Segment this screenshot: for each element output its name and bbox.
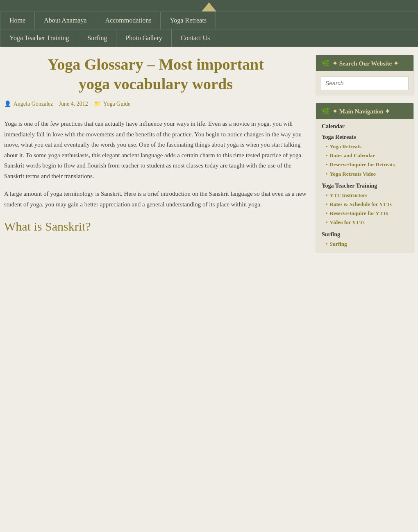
list-item[interactable]: Reserve/Inquire for YTTs [326,209,408,218]
ytt-list: YTT Instructors Rates & Schedule for YTT… [322,191,408,227]
nav-contact[interactable]: Contact Us [172,29,220,47]
post-meta: 👤 Angela Gonzalez June 4, 2012 📁 Yoga Gu… [4,100,307,107]
nav-link[interactable]: Yoga Retreats Video [330,170,376,178]
leaf-icon-nav: 🌿 [322,107,330,115]
nav-surfing[interactable]: Surfing [78,29,116,47]
nav-row-1: Home About Anamaya Accommodations Yoga R… [0,11,418,29]
surfing-list: Surfing [322,240,408,249]
list-item[interactable]: YTT Instructors [326,191,408,200]
list-item[interactable]: Surfing [326,240,408,249]
list-item[interactable]: Rates & Schedule for YTTs [326,200,408,209]
author-meta: 👤 Angela Gonzalez [4,100,53,107]
site-header: Home About Anamaya Accommodations Yoga R… [0,0,418,47]
post-author: Angela Gonzalez [14,101,53,107]
main-container: Yoga Glossary – Most important yoga voca… [0,47,418,269]
content-area: Yoga Glossary – Most important yoga voca… [4,55,307,260]
nav-accommodations[interactable]: Accommodations [96,12,161,29]
list-item[interactable]: Video for YTTs [326,218,408,227]
nav-link[interactable]: Rates & Schedule for YTTs [330,201,392,208]
logo-area [0,0,418,11]
list-item[interactable]: Rates and Calendar [326,151,408,160]
list-item[interactable]: Yoga Retreats [326,142,408,151]
nav-link[interactable]: Rates and Calendar [330,152,375,159]
logo-triangle-icon [202,2,216,11]
nav-widget: 🌿 ✦ Main Navigation ✦ Calendar Yoga Retr… [316,103,414,253]
main-nav: Home About Anamaya Accommodations Yoga R… [0,11,418,47]
list-item[interactable]: Yoga Retreats Video [326,170,408,179]
search-widget-body [316,71,413,95]
nav-link[interactable]: Yoga Retreats [330,143,361,150]
nav-link[interactable]: Reserve/Inquire for Retreats [330,161,395,168]
yoga-retreats-list: Yoga Retreats Rates and Calendar Reserve… [322,142,408,179]
list-item[interactable]: Reserve/Inquire for Retreats [326,160,408,169]
search-input[interactable] [321,76,409,90]
nav-row-2: Yoga Teacher Training Surfing Photo Gall… [0,29,418,47]
post-date: June 4, 2012 [59,101,88,107]
folder-icon: 📁 [94,101,101,107]
section-heading: What is Sanskrit? [4,220,307,233]
nav-link[interactable]: Video for YTTs [330,219,365,226]
sidebar: 🌿 ✦ Search Our Website ✦ 🌿 ✦ Main Naviga… [316,55,414,260]
post-body: Yoga is one of the few practices that ca… [4,119,307,210]
page-title: Yoga Glossary – Most important yoga voca… [4,55,307,94]
person-icon: 👤 [4,101,11,107]
nav-yoga-retreats[interactable]: Yoga Retreats [161,12,216,29]
search-widget: 🌿 ✦ Search Our Website ✦ [316,55,414,95]
nav-link[interactable]: YTT Instructors [330,192,368,199]
leaf-icon-search: 🌿 [322,59,330,67]
nav-about[interactable]: About Anamaya [35,12,96,29]
search-widget-title: 🌿 ✦ Search Our Website ✦ [316,55,413,71]
nav-section-surfing[interactable]: Surfing [322,231,408,238]
nav-home[interactable]: Home [0,12,35,29]
nav-link[interactable]: Reserve/Inquire for YTTs [330,210,388,217]
nav-link[interactable]: Surfing [330,240,347,248]
nav-widget-body: Calendar Yoga Retreats Yoga Retreats Rat… [316,119,413,253]
nav-gallery[interactable]: Photo Gallery [116,29,171,47]
body-paragraph-1: Yoga is one of the few practices that ca… [4,119,307,181]
nav-section-calendar[interactable]: Calendar [322,123,408,130]
category-meta: 📁 Yoga Guide [94,100,131,107]
nav-section-ytt[interactable]: Yoga Teacher Training [322,183,408,189]
body-paragraph-2: A large amount of yoga terminology is Sa… [4,189,307,210]
nav-widget-title: 🌿 ✦ Main Navigation ✦ [316,103,413,119]
post-category: Yoga Guide [103,101,131,107]
nav-ytt[interactable]: Yoga Teacher Training [0,29,78,47]
nav-section-yoga-retreats[interactable]: Yoga Retreats [322,134,408,140]
